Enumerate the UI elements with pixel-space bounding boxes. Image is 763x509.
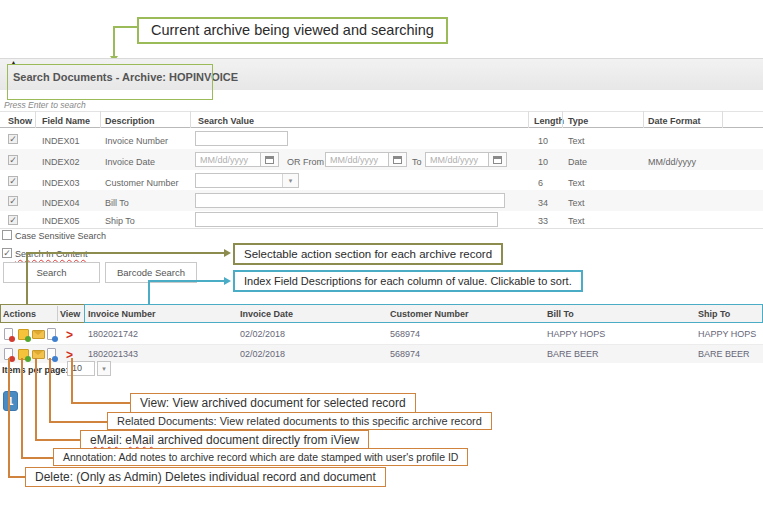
invoice-number-input[interactable] — [195, 131, 288, 146]
field-date-format: MM/dd/yyyy — [648, 157, 696, 167]
field-length: 10 — [538, 157, 548, 167]
result-row[interactable]: > 1802021742 02/02/2018 568974 HAPPY HOP… — [0, 323, 763, 345]
actions-header-highlight-box — [0, 304, 85, 323]
callout-current-archive-text: Current archive being viewed and searchi… — [151, 22, 434, 38]
from-label: From — [303, 157, 324, 167]
connector-view-v — [71, 358, 73, 403]
connector-email-v — [35, 358, 37, 440]
search-row-index04: INDEX04 Bill To 34 Text — [0, 190, 763, 211]
calendar-icon — [493, 156, 502, 164]
field-type: Text — [568, 216, 585, 226]
ship-to-value: BARE BEER — [698, 349, 750, 359]
chevron-down-icon[interactable]: ▾ — [97, 361, 111, 376]
invoice-date-input[interactable] — [195, 152, 261, 167]
connector-olive-h — [26, 252, 224, 254]
case-sensitive-checkbox[interactable] — [2, 230, 12, 240]
case-sensitive-label: Case Sensitive Search — [15, 231, 106, 241]
search-row-index03: INDEX03 Customer Number ▾ 6 Text — [0, 170, 763, 190]
delete-badge — [9, 336, 15, 342]
show-checkbox[interactable] — [8, 155, 18, 165]
field-name: INDEX03 — [42, 178, 80, 188]
callout-email-word1: eMail — [90, 433, 119, 447]
field-type: Text — [568, 198, 585, 208]
column-divider — [528, 111, 529, 128]
chevron-down-icon[interactable]: ▾ — [282, 174, 298, 187]
field-name: INDEX04 — [42, 198, 80, 208]
calendar-button[interactable] — [261, 152, 279, 167]
column-divider — [722, 111, 723, 128]
result-row[interactable]: > 1802021343 02/02/2018 568974 BARE BEER… — [0, 345, 763, 363]
callout-delete-text: Delete: (Only as Admin) Deletes individu… — [35, 470, 376, 484]
col-description[interactable]: Description — [105, 116, 155, 126]
delete-icon[interactable] — [4, 328, 13, 340]
connector-annotation-h — [21, 457, 53, 459]
calendar-button[interactable] — [489, 152, 507, 167]
callout-email-rest: archived document directly from iView — [154, 433, 359, 447]
col-length[interactable]: Length — [534, 116, 564, 126]
annotation-icon[interactable] — [18, 329, 29, 340]
col-date-format[interactable]: Date Format — [648, 116, 701, 126]
view-record-icon[interactable]: > — [66, 329, 73, 341]
connector-olive-v — [26, 252, 28, 304]
show-checkbox[interactable] — [8, 176, 18, 186]
field-description: Invoice Date — [105, 157, 155, 167]
field-description: Customer Number — [105, 178, 179, 188]
callout-index-fields: Index Field Descriptions for each column… — [233, 270, 583, 292]
callout-related-documents: Related Documents: View related document… — [107, 412, 492, 430]
connector-delete-h — [8, 476, 25, 478]
ship-to-input[interactable] — [195, 212, 498, 227]
delete-badge — [9, 356, 15, 362]
customer-number-combobox[interactable]: ▾ — [195, 173, 299, 188]
column-divider — [562, 111, 563, 128]
callout-actions-section: Selectable action section for each archi… — [233, 243, 503, 265]
field-type: Text — [568, 136, 585, 146]
related-badge — [52, 336, 58, 342]
annotation-icon[interactable] — [18, 349, 29, 360]
col-search-value[interactable]: Search Value — [198, 116, 254, 126]
page-1-button[interactable]: 1 — [3, 391, 18, 411]
related-documents-icon[interactable] — [47, 328, 56, 340]
callout-current-archive: Current archive being viewed and searchi… — [137, 17, 448, 44]
or-label: OR — [287, 157, 301, 167]
show-checkbox[interactable] — [8, 196, 18, 206]
bill-to-input[interactable] — [195, 193, 505, 208]
field-description: Bill To — [105, 198, 129, 208]
callout-related-text: Related Documents: View related document… — [117, 415, 482, 427]
field-length: 10 — [538, 136, 548, 146]
col-type[interactable]: Type — [568, 116, 588, 126]
search-in-content-checkbox[interactable] — [2, 248, 12, 258]
connector-view-h — [71, 402, 130, 404]
connector-green-v — [113, 26, 115, 57]
calendar-button[interactable] — [389, 152, 407, 167]
field-length: 34 — [538, 198, 548, 208]
title-highlight-box — [7, 64, 213, 100]
invoice-date-from-input[interactable] — [325, 152, 389, 167]
email-icon[interactable] — [32, 330, 45, 339]
col-show[interactable]: Show — [8, 116, 32, 126]
annotation-badge — [25, 356, 31, 362]
search-table-header: Show Field Name Description Search Value… — [0, 111, 763, 128]
related-badge — [52, 356, 58, 362]
connector-delete-v — [8, 358, 10, 477]
callout-email: eMail: eMail archived document directly … — [80, 430, 369, 450]
email-icon[interactable] — [32, 350, 45, 359]
connector-annotation-v — [21, 358, 23, 458]
invoice-date-to-input[interactable] — [425, 152, 489, 167]
annotation-badge — [25, 336, 31, 342]
callout-actions-text: Selectable action section for each archi… — [244, 248, 492, 260]
connector-email-h — [35, 439, 80, 441]
bill-to-value: HAPPY HOPS — [547, 329, 605, 339]
field-length: 33 — [538, 216, 548, 226]
field-description: Ship To — [105, 216, 135, 226]
col-field-name[interactable]: Field Name — [42, 116, 90, 126]
customer-number-value: 568974 — [390, 329, 420, 339]
invoice-number-value: 1802021742 — [88, 329, 138, 339]
show-checkbox[interactable] — [8, 215, 18, 225]
calendar-icon — [393, 156, 402, 164]
show-checkbox[interactable] — [8, 134, 18, 144]
column-divider — [100, 111, 101, 128]
callout-delete: Delete: (Only as Admin) Deletes individu… — [25, 467, 386, 487]
connector-related-v — [49, 358, 51, 422]
search-button[interactable]: Search — [3, 262, 100, 283]
column-divider — [35, 111, 36, 128]
